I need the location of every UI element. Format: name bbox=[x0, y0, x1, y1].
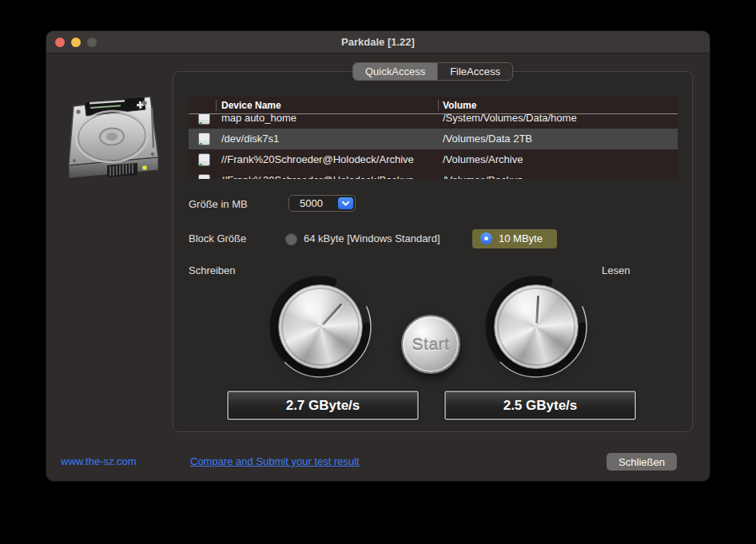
device-name-cell: //Frank%20Schroeder@Holodeck/Archive bbox=[221, 149, 414, 170]
start-button[interactable]: Start bbox=[401, 315, 460, 374]
header-divider bbox=[216, 100, 217, 111]
tab-bar: QuickAccess FileAccess bbox=[173, 62, 693, 81]
column-header-volume[interactable]: Volume bbox=[443, 97, 476, 114]
compare-submit-link[interactable]: Compare and Submit your test result bbox=[190, 455, 360, 467]
disk-icon bbox=[198, 174, 210, 179]
block-size-selected-highlight[interactable]: 10 MByte bbox=[472, 229, 557, 248]
radio-64kbyte[interactable] bbox=[285, 233, 297, 245]
read-speed-knob[interactable] bbox=[482, 272, 591, 381]
tab-fileaccess[interactable]: FileAccess bbox=[437, 63, 512, 80]
device-table[interactable]: Device Name Volume map auto_home /System… bbox=[189, 97, 678, 179]
write-speed-knob[interactable] bbox=[266, 272, 375, 381]
table-row-selected[interactable]: /dev/disk7s1 /Volumes/Data 2TB bbox=[189, 129, 678, 149]
volume-cell: /System/Volumes/Data/home bbox=[443, 114, 577, 129]
block-size-label: Block Größe bbox=[189, 232, 246, 244]
knob-needle bbox=[322, 303, 343, 325]
radio-10mbyte-label[interactable]: 10 MByte bbox=[499, 229, 543, 248]
app-window: Parkdale [1.22] bbox=[46, 30, 710, 482]
write-result-value: 2.7 GByte/s bbox=[286, 398, 360, 414]
header-divider bbox=[438, 100, 439, 111]
website-link[interactable]: www.the-sz.com bbox=[61, 455, 137, 467]
desktop-background: Parkdale [1.22] bbox=[0, 0, 756, 544]
size-label: Größe in MB bbox=[189, 198, 248, 210]
size-value[interactable]: 5000 bbox=[300, 196, 323, 211]
knob-face[interactable] bbox=[278, 284, 363, 369]
device-name-cell: map auto_home bbox=[221, 114, 296, 129]
read-result-value: 2.5 GByte/s bbox=[503, 398, 578, 414]
write-result-display: 2.7 GByte/s bbox=[227, 391, 419, 420]
hard-drive-icon bbox=[62, 87, 163, 185]
size-combobox[interactable]: 5000 bbox=[288, 195, 356, 212]
chevron-down-icon[interactable] bbox=[338, 197, 353, 209]
start-button-label: Start bbox=[412, 335, 450, 354]
table-row[interactable]: map auto_home /System/Volumes/Data/home bbox=[189, 114, 678, 129]
write-label: Schreiben bbox=[189, 264, 236, 276]
table-row[interactable]: //Frank%20Schroeder@Holodeck/Backup /Vol… bbox=[189, 170, 678, 179]
volume-cell: /Volumes/Archive bbox=[443, 149, 523, 170]
column-header-device[interactable]: Device Name bbox=[221, 97, 281, 114]
radio-64kbyte-label[interactable]: 64 kByte [Windows Standard] bbox=[304, 232, 440, 244]
device-name-cell: /dev/disk7s1 bbox=[221, 129, 279, 149]
knob-needle bbox=[535, 296, 539, 324]
disk-icon bbox=[198, 153, 210, 166]
radio-10mbyte[interactable] bbox=[480, 232, 492, 244]
disk-icon bbox=[198, 114, 210, 125]
read-label: Lesen bbox=[602, 264, 630, 276]
read-result-display: 2.5 GByte/s bbox=[444, 391, 636, 420]
volume-cell: /Volumes/Data 2TB bbox=[443, 129, 532, 149]
disk-icon bbox=[198, 133, 210, 145]
title-bar[interactable]: Parkdale [1.22] bbox=[46, 31, 710, 54]
tab-quickaccess[interactable]: QuickAccess bbox=[353, 63, 437, 80]
window-title: Parkdale [1.22] bbox=[46, 31, 710, 54]
device-name-cell: //Frank%20Schroeder@Holodeck/Backup bbox=[221, 170, 414, 179]
volume-cell: /Volumes/Backup bbox=[443, 170, 523, 179]
table-header: Device Name Volume bbox=[189, 97, 678, 114]
knob-face[interactable] bbox=[494, 284, 579, 369]
table-row[interactable]: //Frank%20Schroeder@Holodeck/Archive /Vo… bbox=[189, 149, 678, 170]
close-button[interactable]: Schließen bbox=[607, 453, 677, 471]
table-body[interactable]: map auto_home /System/Volumes/Data/home … bbox=[189, 114, 678, 179]
